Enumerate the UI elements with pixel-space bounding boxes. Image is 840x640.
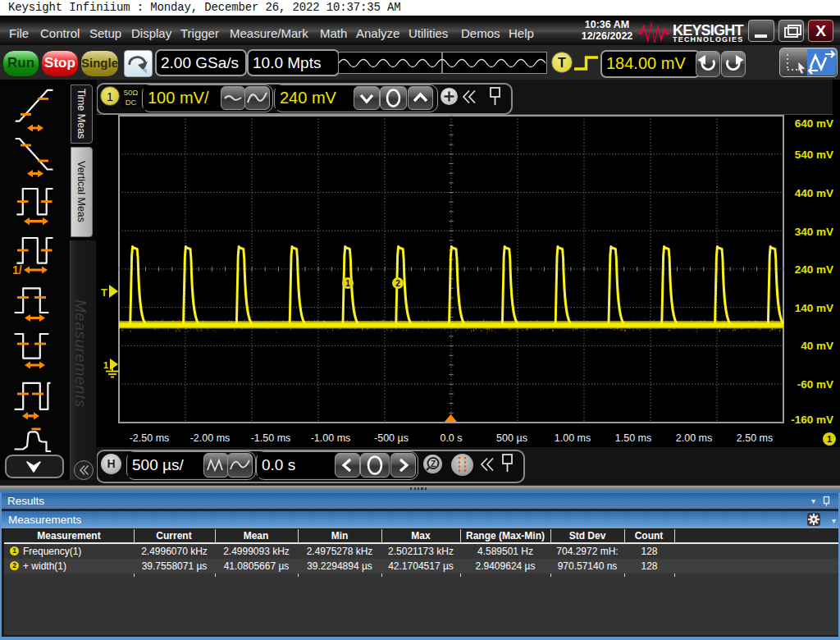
svg-text:1: 1: [345, 279, 350, 288]
svg-text:1: 1: [103, 360, 108, 370]
svg-text:Z: Z: [431, 459, 436, 469]
svg-text:1/: 1/: [12, 263, 22, 277]
svg-text:T: T: [101, 286, 107, 299]
svg-text:2: 2: [395, 279, 400, 288]
